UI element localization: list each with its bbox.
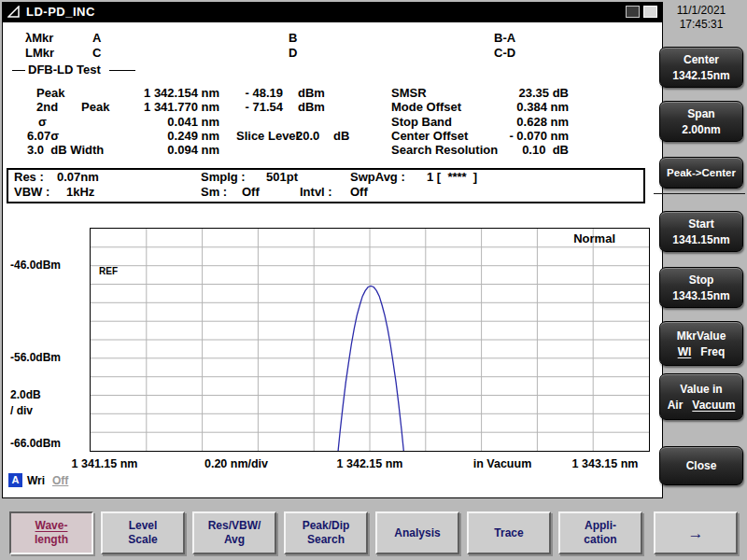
section-divider-right <box>109 70 135 71</box>
sigma6-label: 6.07σ <box>27 130 59 143</box>
function-key-peak-dip-search-line1: Peak/Dip <box>303 519 350 533</box>
y-scale-line2: / div <box>10 404 33 417</box>
function-key-trace[interactable]: Trace <box>467 511 551 554</box>
function-key-wavelength-line2: length <box>35 533 68 547</box>
softkey-close-label: Close <box>686 459 717 472</box>
marker-ba-label: B-A <box>494 32 515 45</box>
function-key-wavelength[interactable]: Wave- length <box>9 511 93 554</box>
sm-label: Sm : <box>201 186 227 199</box>
softkey-close[interactable]: Close <box>659 446 743 485</box>
maximize-button[interactable] <box>643 6 657 18</box>
smplg-value: 501pt <box>266 171 298 184</box>
chart-grid <box>91 229 649 451</box>
date-label: 11/1/2021 <box>659 4 743 18</box>
minimize-button[interactable] <box>626 6 640 18</box>
display-mode-label: Normal <box>573 231 615 245</box>
y-scale-line1: 2.0dB <box>10 388 41 401</box>
option-frequency[interactable]: Freq <box>700 345 725 358</box>
section-divider-left <box>12 70 25 71</box>
option-vacuum[interactable]: Vacuum <box>692 399 735 412</box>
center-offset-label: Center Offset <box>391 130 468 143</box>
x-label-div: 0.20 nm/div <box>185 457 288 470</box>
softkey-start[interactable]: Start 1341.15nm <box>659 211 743 252</box>
y-label-mid: -56.0dBm <box>10 351 61 364</box>
sm-value: Off <box>242 186 260 199</box>
y-label-top: -46.0dBm <box>10 259 61 272</box>
vbw-label: VBW : <box>14 186 49 199</box>
trace-a-badge: A <box>8 473 22 487</box>
softkey-span[interactable]: Span 2.00nm <box>659 101 743 142</box>
slice-level-label: Slice Level <box>236 130 299 143</box>
softkey-value-in-label: Value in <box>680 383 722 396</box>
stop-band-label: Stop Band <box>391 116 452 129</box>
swpavg-label: SwpAvg : <box>350 171 405 184</box>
second-peak-level-unit: dBm <box>298 101 325 114</box>
function-key-application-line2: cation <box>584 533 616 547</box>
function-key-res-vbw-avg[interactable]: Res/VBW/ Avg <box>192 511 276 554</box>
slice-level-unit: dB <box>333 130 349 143</box>
res-value: 0.07nm <box>57 171 99 184</box>
y-label-bottom: -66.0dBm <box>10 437 61 450</box>
softkey-marker-value-label: MkrValue <box>677 329 726 343</box>
time-label: 17:45:31 <box>659 18 743 32</box>
function-key-res-vbw-avg-line2: Avg <box>224 533 245 547</box>
function-key-level-scale-line1: Level <box>129 519 158 533</box>
function-key-level-scale[interactable]: Level Scale <box>101 511 185 554</box>
option-air[interactable]: Air <box>668 399 684 412</box>
mode-offset-label: Mode Offset <box>391 101 461 114</box>
softkey-center-value: 1342.15nm <box>672 69 729 82</box>
level-marker-label: LMkr <box>25 47 54 60</box>
vbw-value: 1kHz <box>66 186 94 199</box>
trace-a-line <box>337 286 404 451</box>
datetime-display: 11/1/2021 17:45:31 <box>659 4 743 32</box>
marker-value-options: Wl Freq <box>678 345 726 358</box>
x-label-center: 1 342.15 nm <box>318 457 421 470</box>
softkey-span-label: Span <box>687 107 714 120</box>
window-title: LD-PD_INC <box>26 5 95 19</box>
smplg-label: Smplg : <box>201 171 246 184</box>
softkey-span-value: 2.00nm <box>682 123 720 136</box>
softkey-value-in[interactable]: Value in Air Vacuum <box>659 373 743 420</box>
function-key-peak-dip-search[interactable]: Peak/Dip Search <box>284 511 368 554</box>
function-key-analysis[interactable]: Analysis <box>375 511 459 554</box>
softkey-start-value: 1341.15nm <box>672 233 729 246</box>
sigma6-value: 0.249 nm <box>124 130 219 143</box>
trace-state-label: Off <box>52 474 68 487</box>
sigma-value: 0.041 nm <box>124 116 219 129</box>
slice-level-value: 20.0 <box>296 130 319 143</box>
x-label-stop: 1 343.15 nm <box>554 457 656 470</box>
softkey-center[interactable]: Center 1342.15nm <box>659 47 743 88</box>
trace-write-mode-label: Wri <box>27 474 45 487</box>
softkey-peak-to-center[interactable]: Peak->Center <box>659 157 743 189</box>
softkey-stop-label: Stop <box>689 273 714 287</box>
marker-a-label: A <box>92 32 101 45</box>
marker-b-label: B <box>289 32 297 45</box>
function-key-application[interactable]: Appli- cation <box>558 511 642 554</box>
intvl-label: Intvl : <box>300 186 332 199</box>
peak-level-unit: dBm <box>298 87 325 100</box>
sigma-label: σ <box>38 116 47 129</box>
function-key-wavelength-line1: Wave- <box>35 519 68 533</box>
x-label-start: 1 341.15 nm <box>53 457 156 470</box>
marker-d-label: D <box>289 47 297 60</box>
softkey-marker-value[interactable]: MkrValue Wl Freq <box>659 321 743 366</box>
second-peak-label-2: Peak <box>81 101 109 114</box>
softkey-start-label: Start <box>688 217 713 231</box>
intvl-value: Off <box>350 186 368 199</box>
value-in-options: Air Vacuum <box>668 399 736 412</box>
softkey-stop[interactable]: Stop 1343.15nm <box>659 267 743 308</box>
lambda-marker-label: λMkr <box>25 32 53 45</box>
res-label: Res : <box>14 171 44 184</box>
function-key-level-scale-line2: Scale <box>128 533 157 547</box>
function-key-peak-dip-search-line2: Search <box>307 533 345 547</box>
stop-band-value: 0.628 nm <box>466 116 569 129</box>
analysis-section-title: DFB-LD Test <box>28 63 101 77</box>
peak-level-value: - 48.19 <box>225 87 283 100</box>
marker-cd-label: C-D <box>494 47 515 60</box>
function-key-more[interactable]: → <box>654 511 738 554</box>
x-label-medium: in Vacuum <box>451 457 554 470</box>
function-key-analysis-label: Analysis <box>394 526 440 540</box>
option-wavelength[interactable]: Wl <box>678 345 692 358</box>
more-keys-arrow-icon: → <box>688 526 704 540</box>
smsr-label: SMSR <box>391 87 427 100</box>
